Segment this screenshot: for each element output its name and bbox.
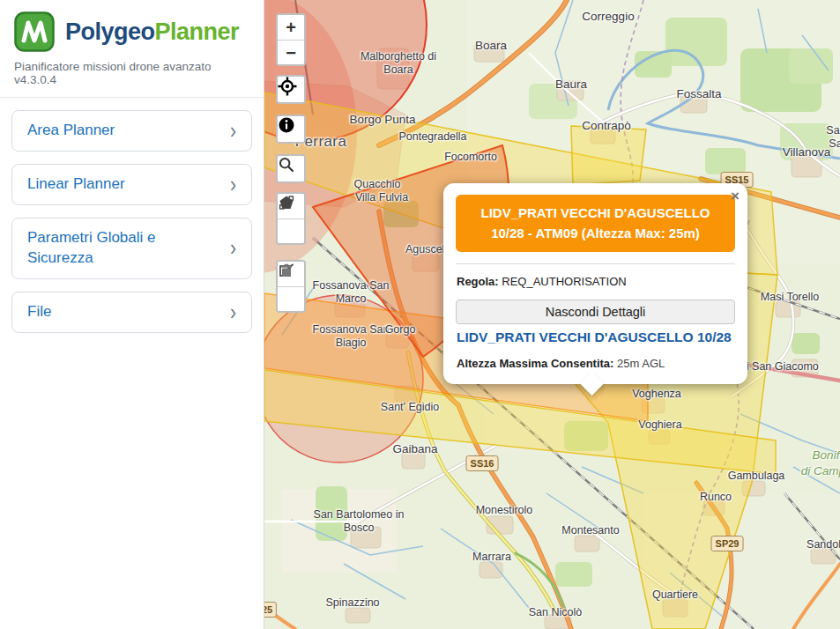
app-title: PolygeoPlanner xyxy=(65,18,239,46)
draw-toolbar xyxy=(276,192,306,245)
zoom-in-button[interactable]: + xyxy=(278,15,304,40)
map-canvas[interactable]: CorreggioBoaraMalborghetto di BoaraBaura… xyxy=(264,0,840,629)
zone-detail-link[interactable]: LIDV_PRATI VECCHI D'AGUSCELLO 10/28 xyxy=(457,329,734,345)
edit-toolbar xyxy=(276,260,306,313)
sidebar: PolygeoPlanner Pianificatore missioni dr… xyxy=(0,0,264,629)
delete-layers-button[interactable] xyxy=(278,286,304,311)
info-button[interactable] xyxy=(278,116,304,142)
locate-button[interactable] xyxy=(278,77,304,102)
polygeo-logo-icon xyxy=(14,11,55,52)
app-header: PolygeoPlanner Pianificatore missioni dr… xyxy=(0,0,264,98)
popup-altitude-row: Altezza Massima Consentita: 25m AGL xyxy=(457,357,734,370)
popup-zone-header: LIDV_PRATI VECCHI D'AGUSCELLO 10/28 - AT… xyxy=(456,195,735,252)
rule-value: REQ_AUTHORISATION xyxy=(502,275,626,288)
airspace-zone-yellow-quad-contrapo[interactable] xyxy=(571,126,646,185)
chevron-right-icon: › xyxy=(230,237,236,259)
draw-polygon-icon xyxy=(278,194,295,211)
chevron-right-icon: › xyxy=(230,120,236,142)
search-button[interactable] xyxy=(278,156,304,181)
zoom-out-button[interactable]: − xyxy=(278,40,304,64)
toggle-details-button[interactable]: Nascondi Dettagli xyxy=(456,300,735,324)
chevron-right-icon: › xyxy=(230,301,236,323)
info-icon xyxy=(278,116,295,134)
sidebar-item-file[interactable]: File › xyxy=(11,292,252,333)
draw-polygon-button[interactable] xyxy=(278,218,304,243)
sidebar-item-parametri-globali[interactable]: Parametri Globali e Sicurezza › xyxy=(11,218,252,279)
crosshair-locate-icon xyxy=(278,77,297,96)
search-icon xyxy=(278,156,295,174)
popup-rule-row: Regola: REQ_AUTHORISATION xyxy=(457,275,734,288)
accordion-menu: Area Planner › Linear Planner › Parametr… xyxy=(0,98,264,333)
close-icon[interactable]: × xyxy=(731,189,740,204)
plus-icon: + xyxy=(286,18,296,36)
locate-control xyxy=(276,75,306,104)
trash-icon xyxy=(278,262,295,279)
chevron-right-icon: › xyxy=(230,174,236,196)
zoom-control: + − xyxy=(276,13,306,66)
altitude-label: Altezza Massima Consentita: xyxy=(457,357,613,370)
app-tagline: Pianificatore missioni drone avanzato v4… xyxy=(14,60,249,86)
altitude-value: 25m AGL xyxy=(617,357,665,370)
sidebar-item-area-planner[interactable]: Area Planner › xyxy=(11,110,252,152)
sidebar-item-linear-planner[interactable]: Linear Planner › xyxy=(11,164,252,205)
rule-label: Regola: xyxy=(457,275,499,288)
minus-icon: − xyxy=(286,44,296,62)
info-control xyxy=(276,115,306,144)
search-control xyxy=(276,154,306,183)
airspace-popup: × LIDV_PRATI VECCHI D'AGUSCELLO 10/28 - … xyxy=(443,183,747,384)
divider xyxy=(456,263,735,264)
